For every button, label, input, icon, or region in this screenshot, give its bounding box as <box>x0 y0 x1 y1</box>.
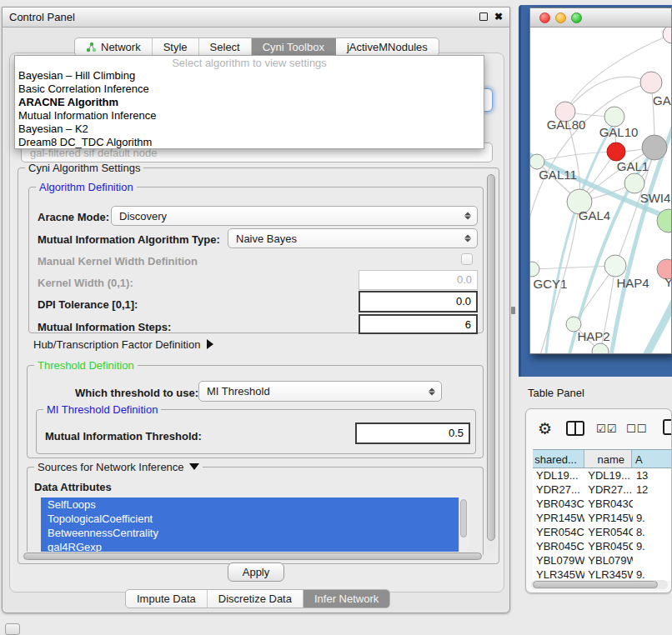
document-icon[interactable] <box>663 419 672 435</box>
tab-select[interactable]: Select <box>199 38 252 56</box>
sources-group-title[interactable]: Sources for Network Inference <box>34 461 203 473</box>
sources-title-text: Sources for Network Inference <box>38 461 184 473</box>
tab-cyni-toolbox[interactable]: Cyni Toolbox <box>252 38 336 56</box>
network-node-gcy1[interactable] <box>530 262 539 277</box>
tab-discretize-data[interactable]: Discretize Data <box>208 590 303 608</box>
manual-kernel-checkbox[interactable] <box>461 253 473 265</box>
table-cell: 13 <box>633 468 672 482</box>
data-attribute-item[interactable]: BetweennessCentrality <box>41 526 468 540</box>
mi-steps-field[interactable]: 6 <box>359 314 478 334</box>
window-title: Control Panel <box>9 11 75 23</box>
tab-style[interactable]: Style <box>153 38 199 56</box>
table-cell: YLR345W <box>533 568 584 581</box>
combo-spinner-icon <box>429 387 435 396</box>
table-cell: YBR043C <box>533 497 584 511</box>
select-columns-icon[interactable]: ☑☑ <box>596 422 617 435</box>
tab-infer-network[interactable]: Infer Network <box>303 590 389 608</box>
table-horizontal-scrollbar[interactable] <box>531 580 668 589</box>
which-threshold-combo[interactable]: MI Threshold <box>198 381 442 402</box>
combo-spinner-icon <box>464 234 471 243</box>
close-traffic-light[interactable] <box>539 12 550 23</box>
settings-horizontal-scrollbar[interactable] <box>22 552 484 561</box>
attributes-list-scrollbar[interactable] <box>459 498 468 556</box>
kernel-width-field[interactable]: 0.0 <box>359 270 478 290</box>
network-node[interactable] <box>592 343 609 353</box>
data-attribute-item[interactable]: SelfLoops <box>41 498 468 512</box>
data-attribute-item[interactable]: TopologicalCoefficient <box>41 512 468 526</box>
algorithm-popup-item[interactable]: ARACNE Algorithm <box>15 96 484 109</box>
table-row[interactable]: YLR345WYLR345W9. <box>533 568 672 581</box>
algorithm-definition-group: Algorithm Definition Aracne Mode: Discov… <box>28 187 484 333</box>
network-node[interactable] <box>607 142 625 161</box>
network-node[interactable] <box>663 28 671 43</box>
network-node-gal10[interactable] <box>604 107 624 127</box>
tab-network[interactable]: Network <box>75 38 153 56</box>
table-row[interactable]: YDL19...YDL19...13 <box>533 468 672 482</box>
bottom-tabbar: Impute Data Discretize Data Infer Networ… <box>125 589 390 608</box>
network-node-gal[interactable] <box>640 72 662 93</box>
dpi-tolerance-label: DPI Tolerance [0,1]: <box>38 298 138 311</box>
table-row[interactable]: YBR045CYBR045C9. <box>533 539 672 553</box>
split-pane-divider[interactable] <box>511 307 515 314</box>
table-cell <box>633 497 672 511</box>
sources-group: Sources for Network Inference Data Attri… <box>27 467 484 557</box>
aracne-mode-combo[interactable]: Discovery <box>111 206 478 226</box>
data-attributes-list[interactable]: SelfLoopsTopologicalCoefficientBetweenne… <box>41 498 468 556</box>
table-row[interactable]: YBR043CYBR043C <box>533 497 672 511</box>
mi-threshold-label: Mutual Information Threshold: <box>45 430 202 442</box>
algorithm-popup-item[interactable]: Bayesian – K2 <box>15 122 484 136</box>
network-node[interactable] <box>642 135 667 160</box>
algorithm-popup-item[interactable]: Basic Correlation Inference <box>15 82 484 96</box>
column-header-shared-name[interactable]: shared... <box>533 450 584 468</box>
float-window-icon[interactable] <box>479 12 488 21</box>
column-header-clipped[interactable]: A <box>632 450 672 468</box>
table-cell: YLR345W <box>584 568 633 581</box>
gear-icon[interactable]: ⚙ <box>538 419 552 438</box>
table-header-row: shared... name A <box>533 449 672 468</box>
settings-vertical-scrollbar[interactable] <box>486 172 496 552</box>
dpi-tolerance-field[interactable]: 0.0 <box>359 291 478 312</box>
unselect-columns-icon[interactable]: ☐☐ <box>626 422 647 435</box>
mi-threshold-field[interactable]: 0.5 <box>355 422 470 444</box>
algorithm-popup-item[interactable]: Mutual Information Inference <box>15 109 484 122</box>
mi-algorithm-type-combo[interactable]: Naive Bayes <box>228 228 478 248</box>
hub-tf-definition-toggle[interactable]: Hub/Transcription Factor Definition <box>33 338 213 351</box>
network-canvas[interactable]: GALGAL80GAL10GAL1GAL11GAL4SWI4GCY1HAP4YH… <box>530 28 671 353</box>
table-panel-card: ⚙ ☑☑ ☐☐ shared... name A YDL19...YDL19..… <box>525 408 672 593</box>
table-cell: YDL19... <box>584 468 633 482</box>
algorithm-popup-item[interactable]: Bayesian – Hill Climbing <box>15 69 484 82</box>
tab-impute-data-label: Impute Data <box>137 592 196 605</box>
table-cell: YDL19... <box>533 468 584 482</box>
expanded-arrow-icon <box>189 463 199 470</box>
close-icon[interactable]: ✖ <box>494 11 503 22</box>
network-edge[interactable] <box>532 266 615 269</box>
zoom-traffic-light[interactable] <box>571 12 582 23</box>
table-cell: YER054C <box>584 525 633 539</box>
network-edge[interactable] <box>565 77 651 112</box>
network-edge-thick[interactable] <box>644 296 671 353</box>
tab-jactivemnodules[interactable]: jActiveMNodules <box>336 38 439 56</box>
table-row[interactable]: YDR27...YDR27...12 <box>533 482 672 497</box>
column-view-icon[interactable] <box>566 421 584 436</box>
table-row[interactable]: YPR145WYPR145W9. <box>533 511 672 525</box>
node-label: Y <box>664 275 671 289</box>
data-attributes-label: Data Attributes <box>34 481 112 493</box>
minimize-traffic-light[interactable] <box>555 12 566 23</box>
tab-jactivemnodules-label: jActiveMNodules <box>347 41 428 53</box>
aracne-mode-value: Discovery <box>119 210 167 222</box>
column-header-name[interactable]: name <box>584 450 632 468</box>
network-node-hap4[interactable] <box>604 255 626 277</box>
apply-button[interactable]: Apply <box>228 562 284 582</box>
network-window-titlebar[interactable] <box>530 8 671 28</box>
tab-impute-data[interactable]: Impute Data <box>126 590 208 608</box>
table-row[interactable]: YER054CYER054C8. <box>533 525 672 539</box>
node-label: GAL11 <box>539 168 577 182</box>
mi-type-value: Naive Bayes <box>236 232 297 245</box>
panel-collapse-button[interactable] <box>5 623 20 635</box>
kernel-width-label: Kernel Width (0,1): <box>38 277 133 289</box>
table-row[interactable]: YBL079WYBL079W <box>533 553 672 568</box>
node-attribute-table: shared... name A YDL19...YDL19...13YDR27… <box>533 449 672 581</box>
table-cell: 9. <box>633 568 672 581</box>
algorithm-popup-item[interactable]: Dream8 DC_TDC Algorithm <box>15 136 484 149</box>
control-panel-titlebar[interactable]: Control Panel ✖ <box>3 8 509 28</box>
